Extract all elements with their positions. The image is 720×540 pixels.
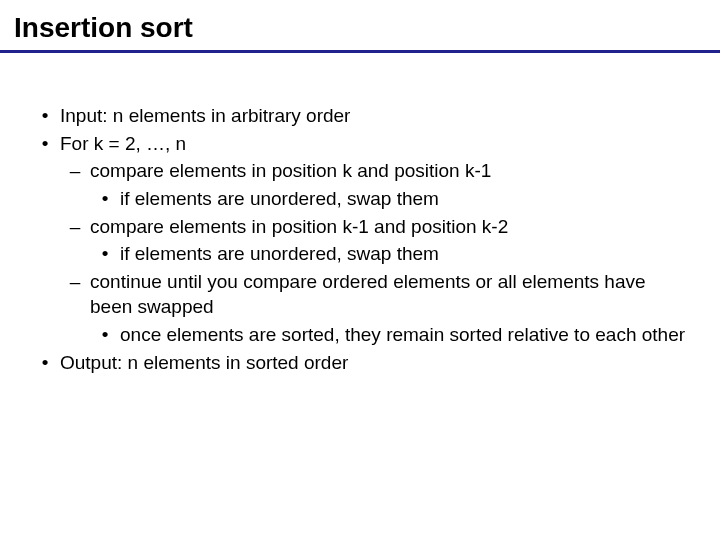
- bullet-dot-icon: •: [30, 103, 60, 129]
- bullet-if1: • if elements are unordered, swap them: [90, 186, 690, 212]
- slide-title: Insertion sort: [0, 12, 720, 50]
- bullet-if2: • if elements are unordered, swap them: [90, 241, 690, 267]
- bullet-compare2: – compare elements in position k-1 and p…: [60, 214, 690, 240]
- bullet-dash-icon: –: [60, 158, 90, 184]
- bullet-dot-icon: •: [90, 186, 120, 212]
- bullet-for: • For k = 2, …, n: [30, 131, 690, 157]
- slide: Insertion sort • Input: n elements in ar…: [0, 0, 720, 540]
- bullet-continue: – continue until you compare ordered ele…: [60, 269, 690, 320]
- bullet-text: compare elements in position k-1 and pos…: [90, 214, 690, 240]
- bullet-text: Input: n elements in arbitrary order: [60, 103, 690, 129]
- bullet-text: continue until you compare ordered eleme…: [90, 269, 690, 320]
- bullet-text: Output: n elements in sorted order: [60, 350, 690, 376]
- bullet-dash-icon: –: [60, 269, 90, 320]
- bullet-text: if elements are unordered, swap them: [120, 186, 690, 212]
- bullet-output: • Output: n elements in sorted order: [30, 350, 690, 376]
- bullet-dot-icon: •: [30, 350, 60, 376]
- bullet-dash-icon: –: [60, 214, 90, 240]
- bullet-dot-icon: •: [90, 241, 120, 267]
- bullet-once: • once elements are sorted, they remain …: [90, 322, 690, 348]
- title-divider: [0, 50, 720, 53]
- bullet-text: once elements are sorted, they remain so…: [120, 322, 690, 348]
- bullet-input: • Input: n elements in arbitrary order: [30, 103, 690, 129]
- bullet-text: if elements are unordered, swap them: [120, 241, 690, 267]
- slide-content: • Input: n elements in arbitrary order •…: [0, 103, 720, 375]
- bullet-dot-icon: •: [30, 131, 60, 157]
- bullet-text: compare elements in position k and posit…: [90, 158, 690, 184]
- bullet-compare1: – compare elements in position k and pos…: [60, 158, 690, 184]
- bullet-text: For k = 2, …, n: [60, 131, 690, 157]
- bullet-dot-icon: •: [90, 322, 120, 348]
